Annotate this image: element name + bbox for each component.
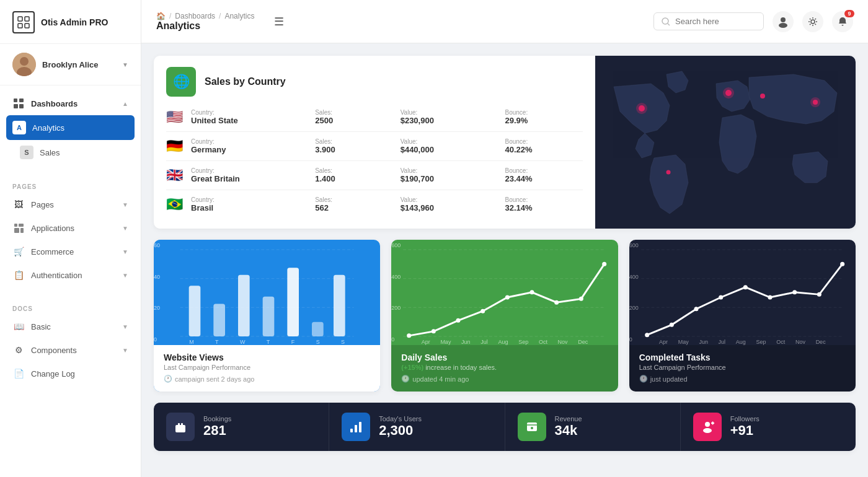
basic-chevron: ▼: [122, 323, 128, 330]
pages-group-label: PAGES: [0, 177, 141, 193]
sidebar-item-components[interactable]: ⚙ Components ▼: [0, 338, 141, 362]
country-name-de: Germany: [191, 145, 308, 154]
svg-point-46: [480, 309, 485, 313]
today-users-icon: [349, 420, 363, 434]
stat-followers: Followers +91: [681, 403, 856, 451]
svg-point-47: [505, 295, 510, 300]
app-logo[interactable]: Otis Admin PRO: [0, 0, 141, 44]
stat-bookings: Bookings 281: [154, 403, 329, 451]
sales-icon: S: [20, 146, 33, 159]
svg-line-16: [668, 24, 670, 25]
website-views-y-axis: 60 40 20 0: [154, 240, 169, 345]
breadcrumb-analytics[interactable]: Analytics: [224, 12, 254, 20]
website-views-title: Website Views: [164, 352, 370, 362]
search-box[interactable]: [653, 12, 764, 30]
breadcrumb-sep2: /: [219, 12, 221, 20]
svg-point-63: [817, 292, 821, 297]
user-profile[interactable]: Brooklyn Alice ▼: [0, 44, 141, 85]
world-map: [595, 56, 856, 229]
flag-de: 🇩🇪: [166, 138, 184, 154]
svg-rect-13: [14, 228, 19, 233]
sales-table-section: 🌐 Sales by Country 🇺🇸 Country: United St…: [154, 56, 595, 229]
svg-rect-12: [19, 224, 24, 227]
user-name: Brooklyn Alice: [42, 60, 116, 69]
country-table: 🇺🇸 Country: United State Sales: 2500 Val…: [154, 103, 595, 229]
components-label: Components: [31, 346, 116, 355]
stats-row: Bookings 281 Today's Users 2,300: [154, 403, 856, 451]
svg-rect-7: [14, 98, 17, 102]
user-menu-button[interactable]: [773, 11, 794, 32]
analytics-label: Analytics: [32, 123, 128, 133]
sidebar-item-changelog[interactable]: 📄 Change Log: [0, 362, 141, 385]
sidebar-item-sales[interactable]: S Sales: [0, 140, 141, 165]
value-val-us: $230,900: [401, 116, 498, 125]
svg-point-48: [530, 290, 534, 294]
sidebar-item-pages[interactable]: 🖼 Pages ▼: [0, 193, 141, 216]
sidebar-item-ecommerce[interactable]: 🛒 Ecommerce ▼: [0, 240, 141, 263]
today-users-icon-box: [342, 413, 370, 441]
svg-point-51: [602, 262, 606, 266]
bar-chart-svg: [164, 250, 370, 336]
home-icon: 🏠: [156, 12, 166, 20]
svg-point-74: [703, 428, 712, 433]
completed-tasks-card: 600 400 200 0: [629, 240, 856, 392]
svg-point-56: [645, 333, 649, 337]
svg-rect-8: [19, 98, 24, 102]
sidebar-item-authentication[interactable]: 📋 Authentication ▼: [0, 263, 141, 287]
svg-rect-14: [20, 228, 24, 233]
table-row: 🇩🇪 Country: Germany Sales: 3.900 Value: …: [166, 132, 583, 161]
sidebar-item-dashboards[interactable]: Dashboards ▲: [0, 92, 141, 115]
breadcrumb-dashboards[interactable]: Dashboards: [175, 12, 215, 20]
svg-point-24: [760, 94, 765, 98]
clock-icon: 🕐: [164, 375, 172, 383]
website-views-x-axis: MTWTFSS: [164, 336, 370, 345]
completed-tasks-info: Completed Tasks Last Campaign Performanc…: [629, 345, 856, 392]
ecommerce-icon: 🛒: [12, 245, 25, 258]
ecommerce-chevron: ▼: [122, 248, 128, 255]
svg-point-27: [666, 170, 671, 174]
applications-icon: [12, 222, 25, 234]
svg-point-62: [792, 290, 797, 294]
breadcrumb-sep1: /: [169, 12, 171, 20]
dashboards-icon: [12, 97, 25, 110]
sales-val-us: 2500: [315, 116, 392, 125]
table-row: 🇺🇸 Country: United State Sales: 2500 Val…: [166, 103, 583, 132]
today-users-value: 2,300: [379, 422, 422, 439]
ecommerce-label: Ecommerce: [31, 247, 116, 256]
applications-label: Applications: [31, 224, 116, 233]
bookings-value: 281: [203, 422, 231, 439]
followers-icon-box: [693, 413, 722, 441]
dashboards-chevron: ▲: [122, 100, 128, 107]
search-icon: [662, 17, 670, 26]
svg-point-49: [554, 300, 559, 305]
completed-tasks-title: Completed Tasks: [639, 352, 846, 362]
dashboards-label: Dashboards: [31, 99, 116, 108]
sidebar-item-basic[interactable]: 📖 Basic ▼: [0, 315, 141, 338]
svg-rect-1: [25, 17, 29, 21]
flag-gb: 🇬🇧: [166, 167, 184, 183]
notifications-button[interactable]: 9: [832, 11, 853, 32]
sales-globe-icon: 🌐: [166, 67, 196, 97]
country-label: Country:: [191, 109, 308, 116]
svg-point-58: [694, 307, 698, 311]
sidebar-item-applications[interactable]: Applications ▼: [0, 216, 141, 240]
sidebar-item-analytics[interactable]: A Analytics: [6, 115, 135, 140]
daily-sales-y-axis: 600 400 200 0: [391, 240, 406, 345]
svg-point-57: [669, 323, 673, 327]
daily-sales-footer: 🕐 updated 4 min ago: [401, 375, 608, 383]
search-input[interactable]: [675, 17, 756, 26]
docs-group-label: DOCS: [0, 299, 141, 315]
completed-tasks-subtitle: Last Campaign Performance: [639, 364, 846, 371]
svg-point-15: [662, 18, 668, 24]
app-name: Otis Admin PRO: [41, 17, 108, 27]
changelog-icon: 📄: [12, 367, 25, 380]
completed-tasks-y-axis: 600 400 200 0: [629, 240, 644, 345]
svg-rect-9: [14, 104, 18, 108]
svg-rect-37: [312, 322, 324, 336]
bounce-val-gb: 23.44%: [505, 174, 583, 183]
svg-point-73: [705, 422, 710, 427]
hamburger-button[interactable]: ☰: [274, 15, 284, 28]
svg-rect-10: [19, 104, 24, 108]
bounce-val-br: 32.14%: [505, 203, 583, 212]
settings-button[interactable]: [802, 11, 823, 32]
